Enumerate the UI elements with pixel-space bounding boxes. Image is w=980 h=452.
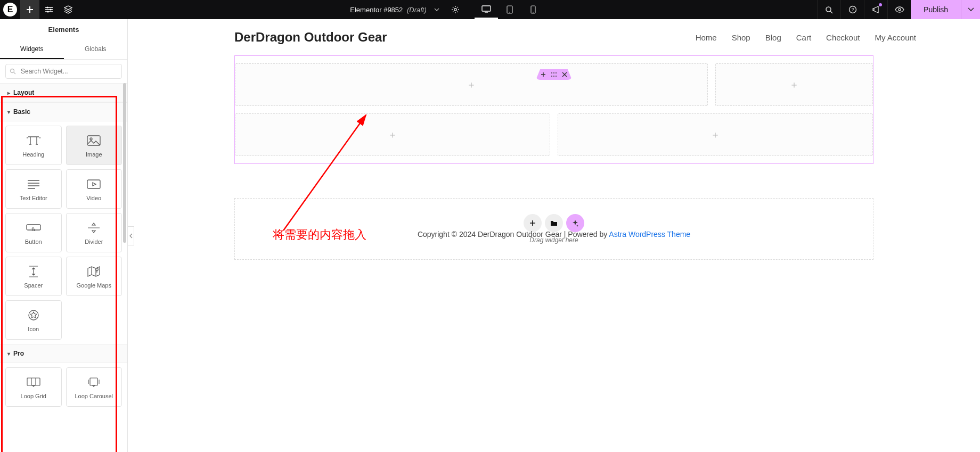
footer-text: Copyright © 2024 DerDragon Outdoor Gear … [418, 230, 609, 239]
chevron-down-icon [434, 8, 439, 11]
search-widget-input[interactable] [5, 64, 122, 79]
elements-panel: Elements Widgets Globals ▸ Layout ▾ Basi… [0, 19, 128, 452]
search-icon [825, 6, 833, 14]
add-template-button[interactable] [545, 214, 563, 232]
empty-column-1[interactable]: ＋ [235, 63, 708, 106]
panel-title: Elements [0, 19, 127, 40]
empty-column-2[interactable]: ＋ [715, 63, 873, 106]
close-icon [562, 72, 567, 77]
empty-column-4[interactable]: ＋ [558, 113, 873, 156]
megaphone-icon [872, 5, 880, 14]
widget-scroll-area[interactable]: ▸ Layout ▾ Basic Heading Image Text Ed [0, 83, 127, 452]
nav-blog[interactable]: Blog [765, 33, 781, 42]
svg-rect-4 [482, 6, 491, 11]
help-icon: ? [848, 5, 857, 14]
preview-button[interactable] [887, 0, 911, 19]
footer-theme-link[interactable]: Astra WordPress Theme [609, 230, 690, 239]
publish-button-label: Publish [924, 5, 948, 14]
widget-spacer-label: Spacer [24, 282, 43, 289]
publish-button[interactable]: Publish [911, 0, 961, 19]
svg-point-26 [553, 76, 554, 77]
panel-collapse-handle[interactable] [128, 226, 134, 245]
finder-search-button[interactable] [817, 0, 840, 19]
add-element-button[interactable] [20, 0, 39, 19]
section-basic-label: Basic [13, 108, 30, 116]
topbar-center-group: Elementor #9852 (Draft) [78, 0, 817, 19]
widget-button[interactable]: Button [5, 213, 62, 252]
widget-loop-grid[interactable]: Loop Grid [5, 367, 62, 407]
svg-text:?: ? [851, 7, 854, 12]
section-layout[interactable]: ▸ Layout [0, 83, 127, 102]
widget-icon-label: Icon [28, 326, 39, 332]
svg-point-24 [556, 72, 557, 73]
eye-icon [895, 6, 904, 13]
widget-text-editor[interactable]: Text Editor [5, 169, 62, 209]
svg-point-8 [533, 12, 534, 13]
widget-heading-label: Heading [22, 151, 44, 158]
publish-options-button[interactable] [961, 0, 980, 19]
google-maps-icon [87, 264, 100, 279]
widget-heading[interactable]: Heading [5, 126, 62, 165]
top-toolbar: E Elementor #9852 (Draft) [0, 0, 980, 19]
section-basic[interactable]: ▾ Basic [0, 102, 127, 121]
tab-globals[interactable]: Globals [64, 40, 128, 59]
widget-video[interactable]: Video [66, 169, 123, 209]
primary-nav: Home Shop Blog Cart Checkout My Account [696, 33, 948, 42]
widget-video-label: Video [86, 195, 101, 201]
svg-point-27 [556, 76, 557, 77]
svg-point-22 [551, 72, 552, 73]
site-title: DerDragon Outdoor Gear [234, 30, 387, 45]
site-settings-button[interactable] [39, 0, 59, 19]
section-add-button[interactable] [538, 69, 549, 80]
section-pro-label: Pro [13, 350, 24, 357]
section-edit-handle [536, 69, 572, 80]
layers-icon [64, 5, 72, 14]
caret-right-icon: ▸ [7, 90, 10, 96]
help-button[interactable]: ? [840, 0, 864, 19]
site-header: DerDragon Outdoor Gear Home Shop Blog Ca… [138, 19, 969, 50]
plus-icon: ＋ [467, 78, 476, 91]
divider-icon [87, 220, 100, 235]
widget-loop-carousel[interactable]: Loop Carousel [66, 367, 123, 407]
widget-icon[interactable]: Icon [5, 300, 62, 340]
page-settings-button[interactable] [451, 5, 460, 14]
add-new-section-area[interactable]: Drag widget here [234, 198, 873, 260]
nav-shop[interactable]: Shop [732, 33, 750, 42]
elementor-logo[interactable]: E [3, 3, 17, 17]
image-icon [87, 133, 101, 148]
grip-icon [551, 72, 557, 77]
empty-column-3[interactable]: ＋ [235, 113, 550, 156]
section-delete-button[interactable] [559, 69, 570, 80]
widget-divider[interactable]: Divider [66, 213, 123, 252]
editor-canvas[interactable]: DerDragon Outdoor Gear Home Shop Blog Ca… [128, 19, 980, 452]
caret-down-icon: ▾ [7, 109, 10, 115]
section-drag-handle[interactable] [549, 69, 559, 80]
section-pro[interactable]: ▾ Pro [0, 344, 127, 363]
document-dropdown[interactable] [434, 8, 439, 11]
svg-rect-20 [27, 378, 40, 385]
widget-image-label: Image [86, 151, 102, 158]
button-icon [26, 220, 41, 235]
svg-point-0 [46, 6, 48, 8]
widget-google-maps[interactable]: Google Maps [66, 257, 123, 296]
widget-image[interactable]: Image [66, 126, 123, 165]
svg-point-12 [899, 9, 901, 11]
sidebar-scrollbar[interactable] [123, 83, 126, 243]
nav-checkout[interactable]: Checkout [826, 33, 860, 42]
whats-new-button[interactable] [864, 0, 887, 19]
tab-widgets[interactable]: Widgets [0, 40, 64, 59]
add-section-plus-button[interactable] [524, 214, 542, 232]
widget-spacer[interactable]: Spacer [5, 257, 62, 296]
widget-loop-carousel-label: Loop Carousel [75, 393, 113, 399]
structure-button[interactable] [59, 0, 78, 19]
mobile-view-button[interactable] [521, 0, 545, 19]
tablet-view-button[interactable] [498, 0, 521, 19]
ai-generate-button[interactable] [566, 214, 584, 232]
nav-cart[interactable]: Cart [796, 33, 811, 42]
sliders-icon [45, 6, 53, 13]
nav-home[interactable]: Home [696, 33, 717, 42]
desktop-view-button[interactable] [475, 0, 498, 19]
svg-point-25 [551, 76, 552, 77]
document-title[interactable]: Elementor #9852 (Draft) [350, 6, 426, 14]
nav-my-account[interactable]: My Account [875, 33, 916, 42]
